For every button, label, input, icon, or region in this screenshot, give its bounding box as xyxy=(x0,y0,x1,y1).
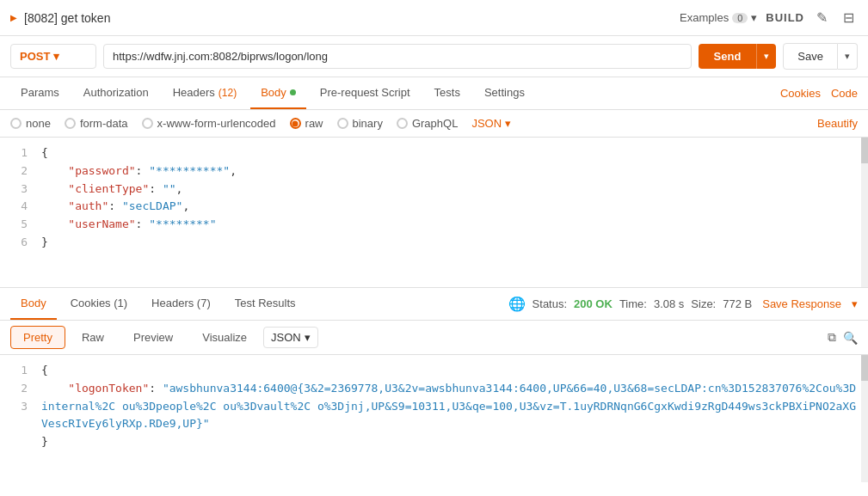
body-types-right: Beautify xyxy=(817,117,858,130)
globe-icon: 🌐 xyxy=(508,296,526,312)
none-radio[interactable] xyxy=(10,118,22,129)
top-bar-left: ▶ [8082] get token xyxy=(10,11,110,25)
examples-label: Examples xyxy=(680,11,729,24)
tab-settings[interactable]: Settings xyxy=(474,77,535,109)
json-response-selector[interactable]: JSON ▾ xyxy=(263,327,318,348)
response-content[interactable]: { "logonToken": "awsbhunva3144:6400@{3&2… xyxy=(34,355,868,482)
time-label: Time: xyxy=(619,297,647,310)
response-tabs-right: ⧉ 🔍 xyxy=(828,330,858,345)
res-tab-pretty[interactable]: Pretty xyxy=(10,326,65,349)
save-button[interactable]: Save xyxy=(783,43,838,70)
headers-badge: (12) xyxy=(219,87,237,99)
code-editor: 1 2 3 4 5 6 { "password": "**********", … xyxy=(0,138,868,288)
scrollbar-track[interactable] xyxy=(861,138,868,287)
json-type-selector[interactable]: JSON ▾ xyxy=(471,117,511,130)
response-scrollbar-track[interactable] xyxy=(861,355,868,482)
graphql-radio[interactable] xyxy=(397,118,408,129)
response-area: 1 2 3 { "logonToken": "awsbhunva3144:640… xyxy=(0,355,868,482)
top-bar-right: Examples 0 ▾ BUILD ✎ ⊟ xyxy=(680,8,858,28)
bottom-tabs-right: 🌐 Status: 200 OK Time: 3.08 s Size: 772 … xyxy=(508,296,858,312)
method-dropdown-icon: ▾ xyxy=(53,50,59,63)
tabs-right: Cookies Code xyxy=(780,87,858,100)
time-value: 3.08 s xyxy=(654,297,684,310)
tab-tests[interactable]: Tests xyxy=(424,77,471,109)
bottom-tabs: Body Cookies (1) Headers (7) Test Result… xyxy=(0,288,868,321)
scrollbar-thumb[interactable] xyxy=(861,138,868,163)
raw-radio[interactable] xyxy=(290,118,301,129)
tab-headers[interactable]: Headers (12) xyxy=(163,77,247,109)
save-response-button[interactable]: Save Response xyxy=(762,297,841,310)
beautify-button[interactable]: Beautify xyxy=(817,117,858,130)
body-type-raw[interactable]: raw xyxy=(290,117,323,130)
url-bar: POST ▾ Send ▾ Save ▾ xyxy=(0,36,868,77)
body-type-none[interactable]: none xyxy=(10,117,51,130)
json-response-dropdown-icon: ▾ xyxy=(305,331,311,344)
bottom-tab-test-results[interactable]: Test Results xyxy=(225,288,306,320)
method-select[interactable]: POST ▾ xyxy=(10,44,96,69)
bottom-tab-cookies[interactable]: Cookies (1) xyxy=(60,288,138,320)
build-button[interactable]: BUILD xyxy=(766,11,804,24)
url-input[interactable] xyxy=(103,44,692,69)
save-icon[interactable]: ⊟ xyxy=(840,8,858,28)
line-numbers: 1 2 3 4 5 6 xyxy=(0,138,34,287)
response-line-numbers: 1 2 3 xyxy=(0,355,34,482)
size-label: Size: xyxy=(691,297,716,310)
body-type-urlencoded[interactable]: x-www-form-urlencoded xyxy=(142,117,276,130)
send-button-group: Send ▾ xyxy=(699,44,777,69)
body-dot xyxy=(290,89,296,95)
code-content[interactable]: { "password": "**********", "clientType"… xyxy=(34,138,868,287)
save-response-dropdown-icon[interactable]: ▾ xyxy=(852,297,858,310)
search-icon[interactable]: 🔍 xyxy=(843,331,858,345)
status-label: Status: xyxy=(532,297,567,310)
send-button[interactable]: Send xyxy=(699,44,757,69)
bottom-tab-headers[interactable]: Headers (7) xyxy=(141,288,221,320)
status-value: 200 OK xyxy=(574,297,613,310)
urlencoded-radio[interactable] xyxy=(142,118,153,129)
status-info: 🌐 Status: 200 OK Time: 3.08 s Size: 772 … xyxy=(508,296,753,312)
save-dropdown-button[interactable]: ▾ xyxy=(838,43,858,70)
binary-radio[interactable] xyxy=(337,118,348,129)
bottom-tab-body[interactable]: Body xyxy=(10,288,57,320)
examples-button[interactable]: Examples 0 ▾ xyxy=(680,11,757,24)
body-type-form-data[interactable]: form-data xyxy=(65,117,128,130)
main-tabs: Params Authorization Headers (12) Body P… xyxy=(0,77,868,110)
res-tab-visualize[interactable]: Visualize xyxy=(189,326,260,349)
response-scrollbar-thumb[interactable] xyxy=(861,355,868,381)
json-dropdown-icon: ▾ xyxy=(505,117,511,130)
top-bar: ▶ [8082] get token Examples 0 ▾ BUILD ✎ … xyxy=(0,0,868,36)
res-tab-raw[interactable]: Raw xyxy=(69,326,117,349)
tab-body[interactable]: Body xyxy=(250,77,306,109)
form-data-radio[interactable] xyxy=(65,118,76,129)
body-types-bar: none form-data x-www-form-urlencoded raw… xyxy=(0,110,868,138)
arrow-icon: ▶ xyxy=(10,13,17,22)
save-button-group: Save ▾ xyxy=(783,43,858,70)
copy-icon[interactable]: ⧉ xyxy=(828,330,836,345)
body-type-binary[interactable]: binary xyxy=(337,117,383,130)
code-link[interactable]: Code xyxy=(831,87,858,100)
chevron-down-icon: ▾ xyxy=(751,11,757,24)
tab-authorization[interactable]: Authorization xyxy=(73,77,159,109)
body-type-graphql[interactable]: GraphQL xyxy=(397,117,458,130)
tab-pre-request-script[interactable]: Pre-request Script xyxy=(310,77,421,109)
tab-params[interactable]: Params xyxy=(10,77,70,109)
edit-icon[interactable]: ✎ xyxy=(813,8,831,28)
size-value: 772 B xyxy=(723,297,752,310)
cookies-link[interactable]: Cookies xyxy=(780,87,821,100)
method-label: POST xyxy=(20,50,50,63)
request-title: [8082] get token xyxy=(24,11,110,25)
res-tab-preview[interactable]: Preview xyxy=(120,326,186,349)
response-tabs: Pretty Raw Preview Visualize JSON ▾ ⧉ 🔍 xyxy=(0,321,868,355)
send-dropdown-button[interactable]: ▾ xyxy=(756,44,776,69)
examples-badge: 0 xyxy=(732,13,748,23)
